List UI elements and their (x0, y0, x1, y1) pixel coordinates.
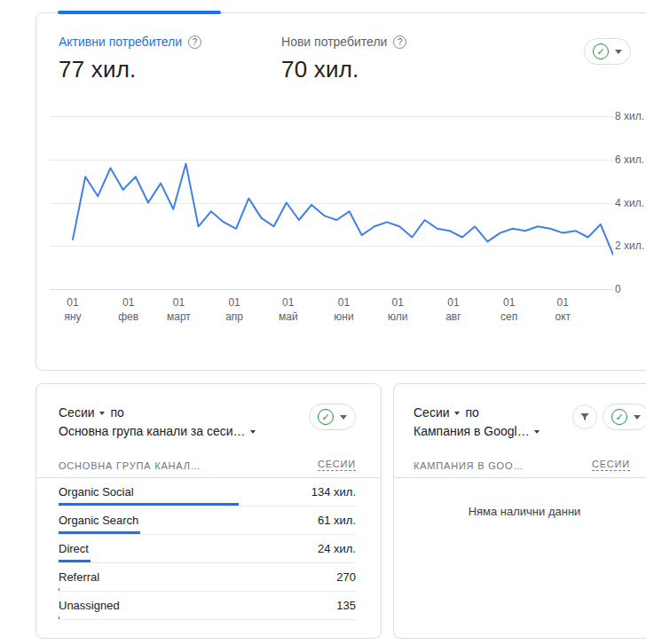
funnel-icon (579, 411, 591, 423)
channel-name: Organic Social (59, 485, 134, 499)
line-chart-svg (50, 116, 613, 290)
active-metric-tab-indicator (58, 11, 221, 14)
table-row: Direct 24 хил. (59, 535, 356, 563)
sessions-value: 270 (336, 570, 356, 584)
y-axis-tick: 2 хил. (615, 240, 644, 252)
sessions-bar (59, 503, 239, 506)
x-axis-label: 01яну (64, 296, 81, 324)
users-over-time-card: Активни потребители ? 77 хил. Нови потре… (35, 12, 646, 371)
data-quality-button[interactable]: ✓ (603, 404, 646, 430)
channel-sessions-table: ОСНОВНА ГРУПА КАНАЛ… СЕСИИ Organic Socia… (36, 453, 381, 620)
check-circle-icon: ✓ (318, 409, 334, 425)
metric-label: Активни потребители (59, 35, 182, 49)
metric-tabs: Активни потребители ? 77 хил. Нови потре… (36, 13, 646, 83)
analytics-reports-snapshot: Активни потребители ? 77 хил. Нови потре… (0, 0, 646, 644)
sessions-by-campaign-card: Сесии по Кампания в Googl… ✓ КА (393, 383, 646, 639)
sessions-bar (59, 560, 91, 562)
filter-button[interactable] (572, 404, 597, 429)
metric-selector-label: Сесии (59, 405, 95, 420)
dimension-selector-label: Основна група канали за сеси… (59, 424, 246, 438)
metric-column-header[interactable]: СЕСИИ (592, 459, 630, 471)
sessions-bar (59, 531, 140, 534)
metric-column-header[interactable]: СЕСИИ (318, 459, 356, 471)
metric-tab-new-users[interactable]: Нови потребители ? 70 хил. (281, 35, 406, 83)
y-axis-tick: 4 хил. (615, 197, 644, 209)
dimension-column-header: КАМПАНИЯ В GOO… (414, 460, 524, 471)
chevron-down-icon (340, 415, 347, 420)
x-axis: 01яну01фев01март01апр01май01юни01юли01ав… (50, 296, 613, 328)
sessions-value: 134 хил. (311, 485, 356, 499)
x-axis-label: 01окт (555, 296, 571, 324)
users-trend-chart[interactable] (50, 116, 613, 290)
chevron-down-icon (634, 415, 641, 420)
chevron-down-icon (99, 412, 105, 415)
chevron-down-icon (534, 430, 540, 434)
trend-line (73, 164, 613, 255)
channel-name: Referral (59, 570, 99, 584)
metric-value: 70 хил. (281, 56, 406, 83)
metric-label: Нови потребители (281, 35, 387, 49)
x-axis-label: 01авг (445, 296, 461, 324)
table-row: Organic Social 134 хил. (59, 478, 356, 507)
x-axis-label: 01юни (334, 296, 353, 324)
chevron-down-icon (250, 430, 256, 434)
dimension-selector-label: Кампания в Googl… (414, 424, 530, 438)
sessions-value: 24 хил. (318, 542, 356, 555)
metric-value: 77 хил. (59, 56, 201, 83)
table-row: Organic Search 61 хил. (59, 507, 356, 535)
by-label: по (465, 405, 478, 420)
x-axis-label: 01май (279, 296, 298, 324)
y-axis-tick: 8 хил. (615, 110, 644, 122)
y-axis-tick: 0 (615, 283, 621, 295)
campaign-sessions-table: КАМПАНИЯ В GOO… СЕСИИ Няма налични данни (394, 453, 646, 518)
x-axis-label: 01фев (118, 296, 138, 324)
sessions-value: 135 (336, 599, 356, 612)
help-icon[interactable]: ? (393, 35, 406, 49)
metric-selector[interactable]: Сесии (59, 405, 105, 420)
y-axis-tick: 6 хил. (615, 153, 644, 166)
metric-tab-active-users[interactable]: Активни потребители ? 77 хил. (59, 35, 201, 83)
table-row: Unassigned 135 (59, 592, 356, 620)
channel-name: Unassigned (59, 599, 120, 612)
table-row: Referral 270 (59, 563, 356, 592)
metric-selector[interactable]: Сесии (414, 405, 460, 420)
sessions-value: 61 хил. (318, 514, 356, 527)
channel-name: Organic Search (59, 514, 138, 527)
check-circle-icon: ✓ (593, 43, 609, 59)
chevron-down-icon (615, 50, 622, 54)
by-label: по (110, 405, 123, 420)
x-axis-label: 01март (167, 296, 191, 324)
metric-selector-label: Сесии (414, 405, 450, 420)
help-icon[interactable]: ? (188, 35, 201, 49)
no-data-message: Няма налични данни (394, 505, 646, 518)
x-axis-label: 01юли (388, 296, 407, 324)
x-axis-label: 01сеп (500, 296, 517, 324)
channel-name: Direct (59, 542, 89, 555)
data-quality-button[interactable]: ✓ (309, 404, 356, 430)
sessions-by-channel-card: Сесии по Основна група канали за сеси… ✓… (35, 383, 382, 639)
data-quality-button[interactable]: ✓ (584, 38, 631, 65)
dimension-column-header: ОСНОВНА ГРУПА КАНАЛ… (59, 460, 201, 471)
x-axis-label: 01апр (225, 296, 243, 324)
chevron-down-icon (454, 412, 460, 415)
check-circle-icon: ✓ (611, 409, 627, 425)
